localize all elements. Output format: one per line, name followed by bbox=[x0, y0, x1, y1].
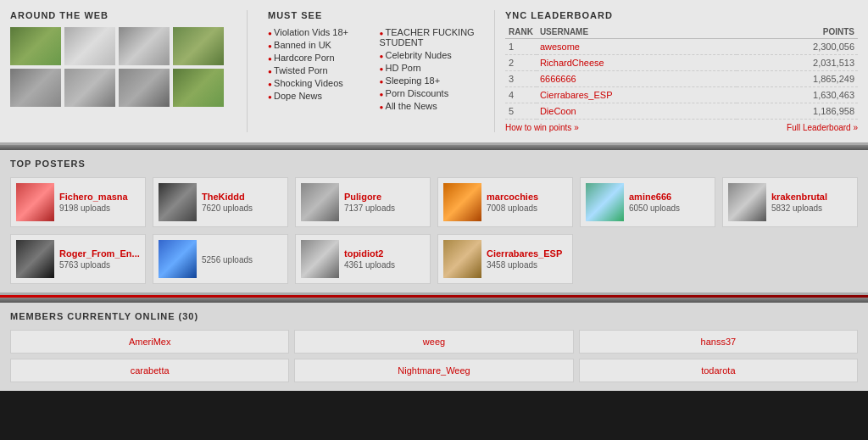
username-2[interactable]: RichardCheese bbox=[537, 55, 737, 71]
list-item[interactable]: All the News bbox=[380, 101, 485, 111]
poster-info-8: 5256 uploads bbox=[202, 253, 253, 265]
poster-name-10[interactable]: Cierrabares_ESP bbox=[487, 248, 562, 259]
poster-card-6[interactable]: krakenbrutal 5832 uploads bbox=[722, 177, 858, 227]
member-link-4[interactable]: carabetta bbox=[131, 365, 170, 376]
list-item[interactable]: HD Porn bbox=[380, 63, 485, 73]
around-web-panel: AROUND THE WEB bbox=[10, 10, 248, 132]
twisted-porn-link[interactable]: Twisted Porn bbox=[274, 65, 328, 75]
main-container: AROUND THE WEB MUST SEE Violation Vids 1… bbox=[0, 0, 868, 391]
points-4: 1,630,463 bbox=[737, 87, 858, 103]
points-3: 1,865,249 bbox=[737, 71, 858, 87]
poster-card-4[interactable]: marcochies 7008 uploads bbox=[437, 177, 573, 227]
member-card-3[interactable]: hanss37 bbox=[579, 330, 858, 354]
must-see-col-2: TEACHER FUCKING STUDENT Celebrity Nudes … bbox=[380, 27, 485, 114]
poster-card-10[interactable]: Cierrabares_ESP 3458 uploads bbox=[437, 234, 573, 284]
poster-info-5: amine666 6050 uploads bbox=[629, 192, 680, 214]
thumbnail-2[interactable] bbox=[64, 27, 115, 65]
poster-avatar-3 bbox=[301, 183, 339, 221]
thumbnail-6[interactable] bbox=[64, 69, 115, 107]
member-link-1[interactable]: AmeriMex bbox=[129, 337, 171, 347]
thumbnail-5[interactable] bbox=[10, 69, 61, 107]
all-news-link[interactable]: All the News bbox=[386, 101, 437, 111]
poster-name-9[interactable]: topidiot2 bbox=[344, 248, 395, 259]
thumbnail-7[interactable] bbox=[119, 69, 170, 107]
member-card-5[interactable]: Nightmare_Weeg bbox=[294, 359, 573, 382]
member-card-4[interactable]: carabetta bbox=[10, 359, 289, 382]
hd-porn-link[interactable]: HD Porn bbox=[386, 63, 421, 73]
poster-name-7[interactable]: Roger_From_En... bbox=[59, 248, 140, 259]
teacher-link[interactable]: TEACHER FUCKING STUDENT bbox=[380, 27, 475, 47]
poster-name-3[interactable]: Puligore bbox=[344, 192, 395, 202]
thumbnail-4[interactable] bbox=[173, 27, 224, 65]
members-online-section: MEMBERS CURRENTLY ONLINE (30) AmeriMex w… bbox=[0, 303, 868, 391]
celebrity-link[interactable]: Celebrity Nudes bbox=[386, 50, 452, 60]
thumbnail-8[interactable] bbox=[173, 69, 224, 107]
top-section: AROUND THE WEB MUST SEE Violation Vids 1… bbox=[0, 0, 868, 145]
around-web-title: AROUND THE WEB bbox=[10, 10, 236, 20]
poster-avatar-5 bbox=[586, 183, 624, 221]
poster-uploads-5: 6050 uploads bbox=[629, 203, 680, 213]
points-5: 1,186,958 bbox=[737, 103, 858, 120]
poster-uploads-3: 7137 uploads bbox=[344, 203, 395, 213]
poster-uploads-8: 5256 uploads bbox=[202, 255, 253, 265]
poster-uploads-2: 7620 uploads bbox=[202, 203, 253, 213]
rank-5: 5 bbox=[505, 103, 537, 120]
list-item[interactable]: Sleeping 18+ bbox=[380, 75, 485, 86]
rank-1: 1 bbox=[505, 39, 537, 55]
member-card-2[interactable]: weeg bbox=[294, 330, 573, 354]
porn-discounts-link[interactable]: Porn Discounts bbox=[386, 88, 449, 98]
list-item[interactable]: TEACHER FUCKING STUDENT bbox=[380, 27, 485, 47]
poster-name-5[interactable]: amine666 bbox=[629, 192, 680, 202]
thumbnail-grid bbox=[10, 27, 236, 107]
banned-in-uk-link[interactable]: Banned in UK bbox=[274, 40, 331, 50]
poster-card-7[interactable]: Roger_From_En... 5763 uploads bbox=[10, 234, 146, 284]
member-link-5[interactable]: Nightmare_Weeg bbox=[398, 365, 470, 376]
poster-card-8[interactable]: 5256 uploads bbox=[153, 234, 288, 284]
full-leaderboard-link[interactable]: Full Leaderboard » bbox=[787, 123, 858, 132]
poster-uploads-10: 3458 uploads bbox=[487, 260, 537, 270]
thumbnail-3[interactable] bbox=[119, 27, 170, 65]
must-see-col-1: Violation Vids 18+ Banned in UK Hardcore… bbox=[268, 27, 373, 114]
list-item[interactable]: Twisted Porn bbox=[268, 65, 373, 75]
poster-card-5[interactable]: amine666 6050 uploads bbox=[580, 177, 715, 227]
poster-name-2[interactable]: TheKiddd bbox=[202, 192, 253, 202]
poster-avatar-10 bbox=[443, 240, 481, 278]
must-see-panel: MUST SEE Violation Vids 18+ Banned in UK… bbox=[258, 10, 495, 132]
thumbnail-1[interactable] bbox=[10, 27, 61, 65]
list-item[interactable]: Celebrity Nudes bbox=[380, 50, 485, 60]
poster-card-2[interactable]: TheKiddd 7620 uploads bbox=[153, 177, 288, 227]
list-item[interactable]: Hardcore Porn bbox=[268, 53, 373, 63]
member-link-6[interactable]: todarota bbox=[701, 365, 735, 376]
username-5[interactable]: DieCoon bbox=[537, 103, 737, 120]
poster-name-1[interactable]: Fichero_masna bbox=[59, 192, 128, 202]
violation-vids-link[interactable]: Violation Vids 18+ bbox=[274, 27, 348, 37]
top-posters-section: TOP POSTERS Fichero_masna 9198 uploads T… bbox=[0, 150, 868, 295]
username-3[interactable]: 6666666 bbox=[537, 71, 737, 87]
hardcore-porn-link[interactable]: Hardcore Porn bbox=[274, 53, 335, 63]
must-see-list-2: TEACHER FUCKING STUDENT Celebrity Nudes … bbox=[380, 27, 485, 111]
poster-card-3[interactable]: Puligore 7137 uploads bbox=[295, 177, 431, 227]
poster-name-4[interactable]: marcochies bbox=[487, 192, 538, 202]
list-item[interactable]: Banned in UK bbox=[268, 40, 373, 50]
list-item[interactable]: Violation Vids 18+ bbox=[268, 27, 373, 37]
list-item[interactable]: Dope News bbox=[268, 91, 373, 101]
poster-card-1[interactable]: Fichero_masna 9198 uploads bbox=[10, 177, 146, 227]
member-card-1[interactable]: AmeriMex bbox=[10, 330, 289, 354]
shocking-videos-link[interactable]: Shocking Videos bbox=[274, 78, 343, 88]
list-item[interactable]: Shocking Videos bbox=[268, 78, 373, 88]
username-1[interactable]: awesome bbox=[537, 39, 737, 55]
username-4[interactable]: Cierrabares_ESP bbox=[537, 87, 737, 103]
poster-avatar-1 bbox=[16, 183, 54, 221]
member-link-3[interactable]: hanss37 bbox=[701, 337, 737, 347]
poster-uploads-4: 7008 uploads bbox=[487, 203, 537, 213]
sleeping-link[interactable]: Sleeping 18+ bbox=[386, 75, 441, 86]
must-see-columns: Violation Vids 18+ Banned in UK Hardcore… bbox=[268, 27, 484, 114]
poster-name-6[interactable]: krakenbrutal bbox=[771, 192, 827, 202]
dope-news-link[interactable]: Dope News bbox=[274, 91, 322, 101]
member-link-2[interactable]: weeg bbox=[423, 337, 445, 347]
poster-card-9[interactable]: topidiot2 4361 uploads bbox=[295, 234, 431, 284]
how-to-win-link[interactable]: How to win points » bbox=[505, 123, 579, 132]
list-item[interactable]: Porn Discounts bbox=[380, 88, 485, 98]
points-header: POINTS bbox=[737, 25, 858, 39]
member-card-6[interactable]: todarota bbox=[579, 359, 858, 382]
